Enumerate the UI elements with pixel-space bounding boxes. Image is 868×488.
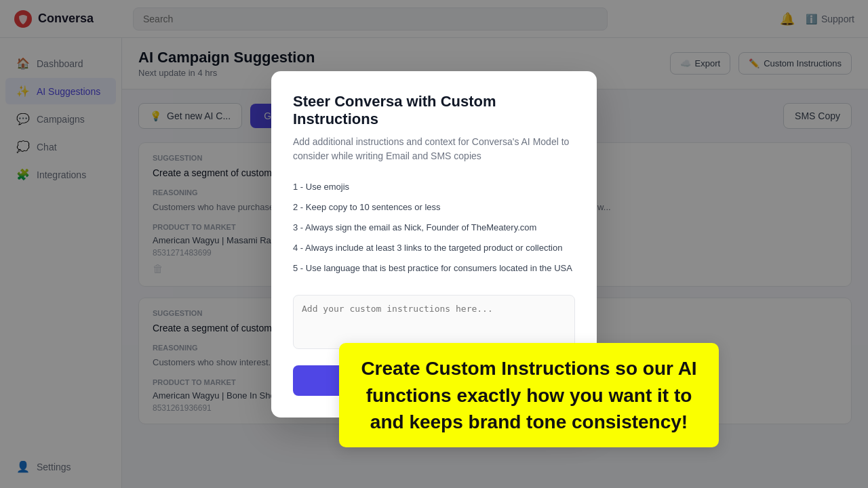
instruction-5: 5 - Use language that is best practice f… xyxy=(293,258,575,279)
tooltip-banner: Create Custom Instructions so our AI fun… xyxy=(339,343,719,447)
modal-instructions-list: 1 - Use emojis 2 - Keep copy to 10 sente… xyxy=(293,177,575,279)
instruction-3: 3 - Always sign the email as Nick, Found… xyxy=(293,218,575,238)
custom-instructions-textarea[interactable] xyxy=(293,295,575,349)
modal-subtitle: Add additional instructions and context … xyxy=(293,135,575,163)
instruction-4: 4 - Always include at least 3 links to t… xyxy=(293,238,575,258)
tooltip-text: Create Custom Instructions so our AI fun… xyxy=(361,358,696,432)
modal-title: Steer Conversa with Custom Instructions xyxy=(293,93,575,128)
instruction-2: 2 - Keep copy to 10 sentences or less xyxy=(293,197,575,218)
instruction-1: 1 - Use emojis xyxy=(293,177,575,197)
